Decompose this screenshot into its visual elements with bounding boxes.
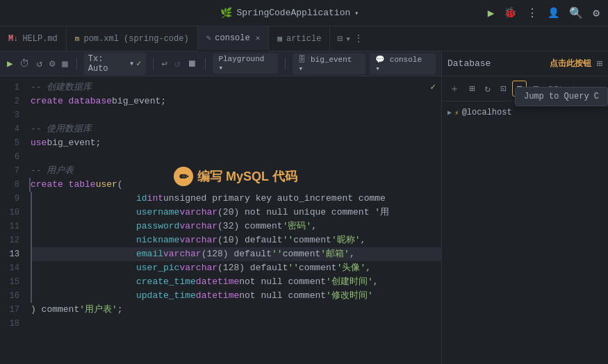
code-16-str: '修改时间' [326, 289, 373, 303]
code-editor[interactable]: 1 2 3 4 5 6 7 8 9 10 11 12 13 14 15 16 1… [0, 76, 441, 364]
undo-btn[interactable]: ↩ [161, 56, 169, 71]
big-event-dropdown[interactable]: 🗄 big_event ▾ [293, 53, 365, 74]
tx-label: Tx: Auto [88, 54, 127, 74]
jump-query-text: Jump to Query C [524, 92, 599, 101]
tx-dropdown[interactable]: Tx: Auto ▾ ✓ [84, 53, 146, 75]
jump-query-popup: Jump to Query C [515, 87, 608, 106]
more-icon[interactable]: ⋮ [527, 6, 538, 20]
code-line-7-text: -- 用户表 [31, 164, 74, 178]
click-annotation: 点击此按钮 [550, 58, 591, 69]
db-tree-localhost[interactable]: ▶ ⚡ @localhost [442, 104, 608, 121]
code-line-14: user_pic varchar(128) default '' comment… [32, 261, 441, 275]
code-12-field: nickname [136, 233, 179, 247]
code-14-comma: , [365, 261, 371, 275]
code-line-1: -- 创建数据库 ✓ [31, 81, 441, 94]
ln-10: 10 [0, 206, 19, 220]
db-add-btn[interactable]: ＋ [446, 81, 463, 97]
debug-icon[interactable]: 🐞 [504, 6, 517, 19]
code-15-rest: not null comment [239, 275, 326, 289]
settings-query-btn[interactable]: ⚙ [48, 56, 56, 71]
code-15-field: create_time [136, 275, 196, 289]
code-line-11: password varchar(32) comment '密码', [32, 220, 441, 233]
code-12-type: varchar [179, 233, 217, 247]
tab-console-label: console [215, 33, 249, 43]
database-panel: Database 点击此按钮 ⊞ ＋ ⊞ ↻ ⊡ ⊟ ⊠ DDL ▶ ▶ ⚡ @… [441, 51, 608, 364]
db-refresh-schema-btn[interactable]: ⊞ [466, 81, 478, 97]
spring-icon: 🌿 [220, 7, 232, 19]
code-line-8-kw: create table [31, 178, 96, 192]
big-event-label: big_event [311, 56, 352, 64]
tab-options-btn[interactable]: ⋮ [354, 33, 363, 44]
tab-console-close[interactable]: ✕ [256, 33, 261, 42]
sep4 [285, 58, 286, 69]
playground-dropdown[interactable]: Playground ▾ [213, 53, 278, 74]
code-10-field: username [136, 206, 179, 220]
code-10-rest: (20) not null unique comment '用 [217, 206, 389, 220]
code-9-type: int [147, 192, 163, 206]
editor-area: ▶ ⏱ ↺ ⚙ ▦ Tx: Auto ▾ ✓ ↩ ↺ ⏹ Playground … [0, 51, 441, 364]
ln-16: 16 [0, 289, 19, 303]
tab-console[interactable]: ✎ console ✕ [198, 26, 270, 51]
redo-btn[interactable]: ↺ [173, 56, 181, 71]
tab-pom-xml-label: pom.xml (spring-code) [83, 34, 188, 44]
code-11-type: varchar [179, 220, 217, 233]
code-17-close: ) comment [31, 303, 79, 317]
code-14-type: varchar [179, 261, 217, 275]
code-17-semi: ; [117, 303, 123, 317]
code-14-c: comment [299, 261, 337, 275]
tab-more-btn[interactable]: ▾ [345, 33, 351, 44]
code-16-field: update_time [136, 289, 196, 303]
db-filter-btn[interactable]: ⊡ [497, 81, 509, 97]
code-13-str1: '' [272, 247, 283, 261]
title-bar: 🌿 SpringCodeApplication ▾ ▶ 🐞 ⋮ 👤 🔍 ⚙ [0, 0, 608, 26]
database-panel-header: Database 点击此按钮 ⊞ [442, 51, 608, 76]
sep2 [153, 58, 154, 69]
code-line-1-text: -- 创建数据库 [31, 81, 92, 94]
ln-7: 7 [0, 164, 19, 178]
console-label: console [390, 56, 422, 64]
code-13-field: email [136, 247, 163, 261]
loop-btn[interactable]: ↺ [35, 56, 43, 71]
code-line-10: username varchar(20) not null unique com… [32, 206, 441, 220]
code-11-str: '密码' [283, 220, 312, 233]
editor-toolbar: ▶ ⏱ ↺ ⚙ ▦ Tx: Auto ▾ ✓ ↩ ↺ ⏹ Playground … [0, 51, 441, 76]
sep1 [76, 58, 77, 69]
console-dropdown[interactable]: 💬 console ▾ [370, 53, 436, 74]
md-icon: M↓ [8, 34, 18, 44]
code-12-str1: '' [283, 233, 294, 247]
code-line-15: create_time datetime not null comment '创… [32, 275, 441, 289]
code-13-str2: '邮箱' [320, 247, 350, 261]
tab-list: M↓ HELP.md m pom.xml (spring-code) ✎ con… [0, 26, 608, 51]
tab-help-md[interactable]: M↓ HELP.md [0, 26, 67, 51]
db-refresh-btn[interactable]: ↻ [481, 81, 493, 97]
playground-arrow: ▾ [218, 64, 223, 72]
code-9-rest: unsigned primary key auto_increment comm… [163, 192, 386, 206]
run-icon[interactable]: ▶ [488, 6, 495, 20]
ln-8: 8 [0, 178, 19, 192]
code-line-5-db: big_event; [47, 136, 101, 150]
search-icon[interactable]: 🔍 [569, 6, 583, 20]
code-line-2-kw: create database [31, 94, 112, 108]
title-dropdown-arrow[interactable]: ▾ [354, 9, 359, 17]
split-icon[interactable]: ⊟ [337, 33, 343, 44]
panel-expand-icon[interactable]: ⊞ [597, 58, 602, 69]
code-line-7: -- 用户表 [31, 164, 441, 178]
code-line-16: update_time datetime not null comment '修… [32, 289, 441, 303]
console-arrow: ▾ [375, 65, 380, 73]
code-line-8-p: ( [117, 178, 123, 192]
code-13-comma: , [350, 247, 355, 261]
tab-article[interactable]: ▦ article [269, 26, 330, 51]
tab-article-label: article [286, 34, 321, 44]
code-line-4: -- 使用数据库 [31, 122, 441, 136]
code-11-rest: (32) comment [217, 220, 283, 233]
table-btn[interactable]: ▦ [60, 56, 69, 71]
run-query-btn[interactable]: ▶ [6, 56, 14, 71]
user-icon[interactable]: 👤 [548, 7, 559, 19]
settings-icon[interactable]: ⚙ [593, 6, 600, 20]
code-9-field: id [136, 192, 147, 206]
time-btn[interactable]: ⏱ [18, 57, 31, 71]
tab-pom-xml[interactable]: m pom.xml (spring-code) [67, 26, 198, 51]
stop-btn[interactable]: ⏹ [186, 57, 198, 71]
code-16-type: datetime [196, 289, 239, 303]
code-11-comma: , [311, 220, 317, 233]
